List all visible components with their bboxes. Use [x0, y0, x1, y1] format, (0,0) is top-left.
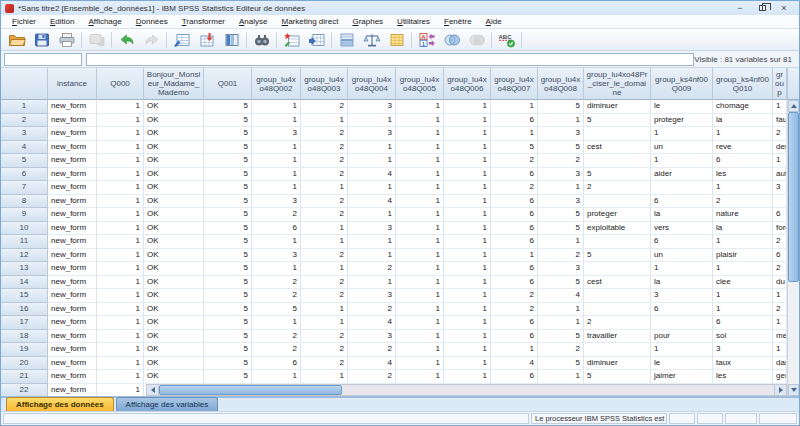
- cell[interactable]: 6: [491, 330, 538, 344]
- cell[interactable]: 3: [538, 262, 584, 276]
- cell[interactable]: 6: [773, 208, 787, 222]
- cell[interactable]: 1: [444, 141, 491, 155]
- cell[interactable]: 2: [584, 316, 651, 330]
- row-number[interactable]: 16: [1, 303, 48, 317]
- cell[interactable]: 4: [348, 316, 396, 330]
- cell[interactable]: 1: [651, 262, 713, 276]
- cell[interactable]: faune: [773, 114, 787, 128]
- cell[interactable]: 6: [713, 154, 773, 168]
- cell[interactable]: reve: [713, 141, 773, 155]
- cell[interactable]: 1: [252, 100, 301, 114]
- cell[interactable]: 1: [444, 289, 491, 303]
- cell[interactable]: 1: [444, 276, 491, 290]
- cell[interactable]: le: [651, 357, 713, 371]
- cell[interactable]: taux: [713, 357, 773, 371]
- cell[interactable]: 2: [301, 289, 348, 303]
- cell[interactable]: 1: [396, 127, 444, 141]
- cell[interactable]: 3: [252, 249, 301, 263]
- cell[interactable]: un: [651, 141, 713, 155]
- cell[interactable]: le: [651, 100, 713, 114]
- cell[interactable]: 1: [348, 276, 396, 290]
- cell[interactable]: new_form: [48, 181, 97, 195]
- cell[interactable]: 5: [204, 222, 252, 236]
- variables-button[interactable]: [219, 30, 244, 50]
- cell[interactable]: new_form: [48, 370, 97, 384]
- cell[interactable]: 1: [444, 303, 491, 317]
- cell[interactable]: new_form: [48, 357, 97, 371]
- cell[interactable]: 3: [348, 100, 396, 114]
- column-header-Bonjour_Monsieur_Madame_Mademo[interactable]: Bonjour_Monsieur_Madame_Mademo: [144, 68, 204, 100]
- cell[interactable]: 1: [301, 181, 348, 195]
- find-button[interactable]: [249, 30, 274, 50]
- cell[interactable]: jaimer: [651, 370, 713, 384]
- cell[interactable]: 1: [713, 181, 773, 195]
- cell[interactable]: 1: [396, 114, 444, 128]
- cell[interactable]: 1: [538, 181, 584, 195]
- column-header-group_lu4xo48Q004[interactable]: group_lu4xo48Q004: [348, 68, 396, 100]
- column-header-Q001[interactable]: Q001: [204, 68, 252, 100]
- cell[interactable]: [584, 343, 651, 357]
- cell[interactable]: new_form: [48, 303, 97, 317]
- cell[interactable]: 1: [97, 384, 144, 397]
- cell[interactable]: 6: [491, 316, 538, 330]
- row-number[interactable]: 11: [1, 235, 48, 249]
- cell[interactable]: OK: [144, 222, 204, 236]
- column-header-group_lu4xo48Q002[interactable]: group_lu4xo48Q002: [252, 68, 301, 100]
- cell[interactable]: 2: [301, 141, 348, 155]
- cell[interactable]: 1: [444, 330, 491, 344]
- menu-item-donn-es[interactable]: Données: [129, 15, 175, 29]
- cell[interactable]: new_form: [48, 330, 97, 344]
- cell[interactable]: 5: [538, 100, 584, 114]
- cell[interactable]: 1: [301, 316, 348, 330]
- cell[interactable]: 1: [97, 357, 144, 371]
- cell[interactable]: 1: [444, 195, 491, 209]
- cell[interactable]: vers: [651, 222, 713, 236]
- cell[interactable]: la: [651, 276, 713, 290]
- cell[interactable]: foret: [773, 222, 787, 236]
- cell[interactable]: 1: [97, 289, 144, 303]
- cell[interactable]: 2: [252, 330, 301, 344]
- cell[interactable]: 1: [348, 208, 396, 222]
- cell[interactable]: new_form: [48, 114, 97, 128]
- insert-cases-button[interactable]: [279, 30, 304, 50]
- cell[interactable]: 1: [444, 249, 491, 263]
- cell[interactable]: 5: [204, 168, 252, 182]
- cell[interactable]: pour: [651, 330, 713, 344]
- cell[interactable]: 2: [348, 303, 396, 317]
- cell[interactable]: 1: [97, 208, 144, 222]
- vertical-scrollbar-thumb[interactable]: [788, 112, 799, 282]
- menu-item-utilitaires[interactable]: Utilitaires: [390, 15, 437, 29]
- cell[interactable]: new_form: [48, 343, 97, 357]
- menu-item-affichage[interactable]: Affichage: [81, 15, 128, 29]
- cell[interactable]: OK: [144, 276, 204, 290]
- cell[interactable]: 2: [584, 181, 651, 195]
- cell[interactable]: 2: [301, 100, 348, 114]
- cell[interactable]: 1: [252, 168, 301, 182]
- column-header-group[interactable]: group: [773, 68, 787, 100]
- scroll-down-button[interactable]: [788, 384, 799, 396]
- cell[interactable]: 5: [204, 370, 252, 384]
- cell[interactable]: 1: [713, 289, 773, 303]
- cell[interactable]: 3: [252, 127, 301, 141]
- cell[interactable]: 1: [97, 330, 144, 344]
- cell[interactable]: 1: [97, 127, 144, 141]
- cell[interactable]: new_form: [48, 235, 97, 249]
- row-number[interactable]: 1: [1, 100, 48, 114]
- cell[interactable]: 2: [348, 343, 396, 357]
- scroll-up-button[interactable]: [788, 100, 799, 112]
- cell[interactable]: 5: [204, 141, 252, 155]
- cell[interactable]: 1: [396, 208, 444, 222]
- cell[interactable]: 1: [713, 262, 773, 276]
- cell[interactable]: 5: [204, 208, 252, 222]
- cell[interactable]: nature: [713, 208, 773, 222]
- row-number[interactable]: 13: [1, 262, 48, 276]
- cell[interactable]: 1: [651, 154, 713, 168]
- menu-item-aide[interactable]: Aide: [479, 15, 509, 29]
- cell[interactable]: new_form: [48, 316, 97, 330]
- cell[interactable]: 1: [444, 235, 491, 249]
- cell[interactable]: 1: [97, 249, 144, 263]
- cell[interactable]: 1: [252, 370, 301, 384]
- cell[interactable]: 6: [491, 114, 538, 128]
- cell[interactable]: 2: [348, 370, 396, 384]
- cell[interactable]: 1: [97, 370, 144, 384]
